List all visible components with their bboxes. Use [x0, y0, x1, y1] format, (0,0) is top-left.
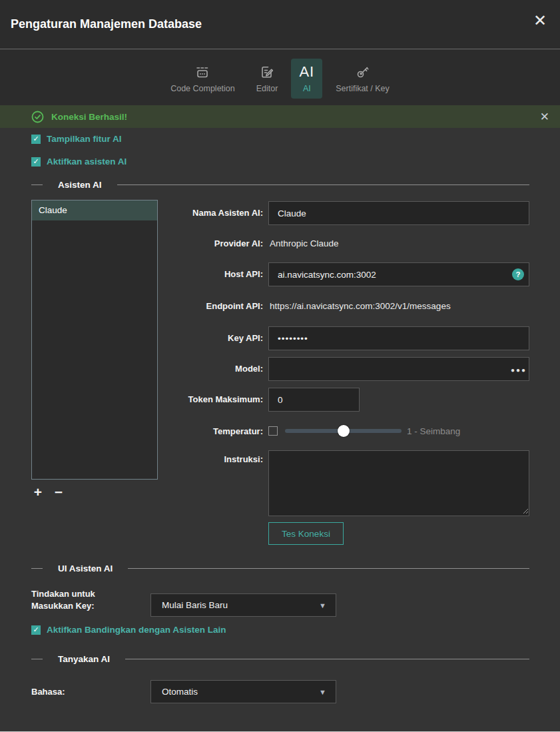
tab-bar: Code Completion Editor AI AI: [0, 50, 560, 105]
ai-icon: AI: [299, 63, 314, 81]
temperatur-checkbox[interactable]: [268, 426, 278, 436]
toggle-bandingkan-asisten[interactable]: ✓ Aktifkan Bandingkan dengan Asisten Lai…: [31, 625, 226, 635]
add-assistant-button[interactable]: +: [31, 484, 45, 500]
field-label-host: Host API:: [130, 262, 263, 286]
section-title: UI Asisten AI: [58, 563, 113, 573]
tab-label: Editor: [256, 84, 278, 93]
label-line-1: Tindakan untuk: [31, 588, 95, 600]
dropdown-value: Mulai Baris Baru: [162, 600, 319, 610]
field-label-provider: Provider AI:: [130, 238, 263, 249]
endpoint-value: https://ai.navicatsync.com:3002/v1/messa…: [270, 301, 451, 311]
section-header-asisten-ai: Asisten AI: [31, 180, 529, 189]
model-input[interactable]: [268, 357, 529, 381]
editor-icon: [258, 63, 276, 81]
label-line-2: Masukkan Key:: [31, 600, 95, 612]
slider-thumb[interactable]: [338, 425, 350, 437]
toggle-label: Tampilkan fitur AI: [47, 134, 122, 144]
field-label-temperatur: Temperatur:: [130, 426, 263, 436]
tab-label: Code Completion: [170, 84, 235, 93]
help-icon[interactable]: ?: [512, 268, 524, 280]
section-header-ui-asisten-ai: UI Asisten AI: [31, 563, 529, 573]
banner-message: Koneksi Berhasil!: [51, 112, 127, 122]
model-browse-icon[interactable]: ●●●: [509, 366, 527, 374]
bahasa-dropdown[interactable]: Otomatis ▼: [150, 680, 336, 703]
temperatur-slider[interactable]: [285, 429, 402, 433]
key-api-input[interactable]: [268, 326, 529, 350]
chevron-down-icon: ▼: [319, 688, 326, 696]
toggle-label: Aktifkan asisten AI: [47, 157, 127, 167]
tab-editor[interactable]: Editor: [248, 59, 286, 99]
divider: [31, 568, 43, 569]
nama-asisten-input[interactable]: [268, 201, 529, 225]
host-api-input[interactable]: [268, 262, 529, 286]
checkbox[interactable]: ✓: [31, 157, 41, 167]
field-label-nama: Nama Asisten AI:: [130, 201, 263, 225]
field-label-endpoint: Endpoint API:: [130, 301, 263, 312]
close-icon[interactable]: ✕: [529, 10, 551, 31]
instruksi-textarea[interactable]: [268, 450, 529, 516]
divider: [125, 659, 529, 659]
check-icon: ✓: [33, 157, 39, 166]
dropdown-value: Otomatis: [162, 687, 319, 697]
field-label-instruksi: Instruksi:: [130, 454, 263, 465]
assistant-list-buttons: + −: [31, 484, 65, 500]
check-icon: ✓: [33, 625, 39, 634]
settings-dialog: Pengaturan Manajemen Database ✕ Code Com…: [0, 0, 560, 732]
enter-key-action-dropdown[interactable]: Mulai Baris Baru ▼: [150, 593, 336, 617]
section-title: Asisten AI: [58, 180, 102, 190]
divider: [117, 184, 529, 185]
tab-ai[interactable]: AI AI: [291, 59, 322, 99]
remove-assistant-button[interactable]: −: [52, 484, 65, 500]
temperatur-value-text: 1 - Seimbang: [407, 426, 460, 436]
tab-label: Sertifikat / Key: [336, 84, 390, 93]
field-label-model: Model:: [130, 357, 263, 381]
check-icon: ✓: [33, 135, 39, 143]
enter-key-action-label: Tindakan untuk Masukkan Key:: [31, 588, 95, 612]
toggle-tampilkan-fitur-ai[interactable]: ✓ Tampilkan fitur AI: [31, 134, 122, 144]
tab-label: AI: [303, 84, 311, 93]
check-circle-icon: [31, 111, 44, 123]
success-banner: Koneksi Berhasil! ✕: [0, 105, 560, 128]
token-maksimum-input[interactable]: [268, 388, 360, 412]
provider-value: Anthropic Claude: [270, 238, 339, 248]
tes-koneksi-button[interactable]: Tes Koneksi: [268, 522, 344, 545]
field-label-token: Token Maksimum:: [130, 388, 263, 412]
key-icon: [354, 63, 372, 81]
bahasa-label: Bahasa:: [31, 680, 65, 703]
toggle-label: Aktifkan Bandingkan dengan Asisten Lain: [47, 625, 226, 635]
divider: [31, 659, 43, 659]
chevron-down-icon: ▼: [319, 601, 326, 609]
divider: [31, 184, 43, 185]
field-label-key: Key API:: [130, 326, 263, 350]
divider: [128, 568, 529, 569]
code-completion-icon: [194, 63, 211, 81]
dialog-title: Pengaturan Manajemen Database: [11, 17, 202, 31]
section-title: Tanyakan AI: [58, 654, 110, 664]
toggle-aktifkan-asisten-ai[interactable]: ✓ Aktifkan asisten AI: [31, 157, 127, 167]
tab-sertifikat-key[interactable]: Sertifikat / Key: [328, 59, 398, 99]
tab-code-completion[interactable]: Code Completion: [162, 59, 243, 99]
banner-close-icon[interactable]: ✕: [540, 105, 549, 128]
checkbox[interactable]: ✓: [31, 135, 41, 144]
checkbox[interactable]: ✓: [31, 625, 41, 635]
title-bar: Pengaturan Manajemen Database ✕: [0, 0, 560, 49]
section-header-tanyakan-ai: Tanyakan AI: [31, 654, 529, 663]
